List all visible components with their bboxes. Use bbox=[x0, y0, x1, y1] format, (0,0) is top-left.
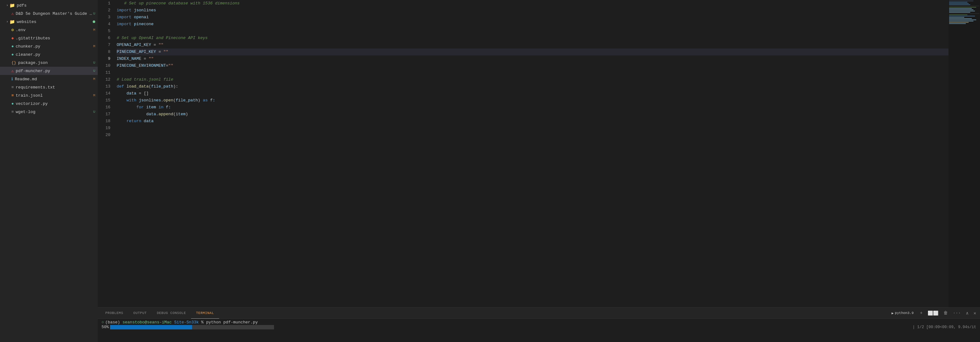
more-options-button[interactable]: ··· bbox=[951, 310, 962, 316]
file-icon-chunker: ● bbox=[11, 44, 14, 49]
tab-terminal[interactable]: TERMINAL bbox=[191, 308, 219, 319]
split-terminal-button[interactable]: ⬜⬜ bbox=[926, 310, 940, 317]
tab-debug-console[interactable]: DEBUG CONSOLE bbox=[152, 308, 191, 319]
line-num-10: 10 bbox=[98, 62, 110, 69]
sidebar-item-cleaner[interactable]: ● cleaner.py bbox=[0, 51, 98, 59]
var-data-append: data bbox=[146, 111, 156, 118]
line-num-4: 4 bbox=[98, 21, 110, 28]
file-icon-readme: ℹ bbox=[11, 76, 13, 82]
folder-icon-pdfs: 📁 bbox=[10, 3, 15, 8]
line-num-6: 6 bbox=[98, 35, 110, 41]
op-eq-3: = bbox=[144, 55, 146, 62]
sidebar-item-label-wget-log: wget-log bbox=[16, 109, 35, 114]
var-data: data bbox=[126, 90, 136, 97]
code-line-10: PINECONE_ENVIRONMENT = "" bbox=[117, 62, 948, 69]
sidebar-item-dnd[interactable]: ⚠ D&D 5e Dungeon Master's Guide ( P... U bbox=[0, 10, 98, 17]
sidebar-item-label-readme: Readme.md bbox=[15, 77, 37, 82]
tab-problems[interactable]: PROBLEMS bbox=[100, 308, 128, 319]
code-line-18: return data bbox=[117, 118, 948, 125]
code-line-1: # Set up pinecone database with 1536 dim… bbox=[117, 0, 948, 7]
terminal-panel: PROBLEMS OUTPUT DEBUG CONSOLE TERMINAL ▶… bbox=[98, 307, 980, 342]
sidebar-item-env[interactable]: ⚙ .env M bbox=[0, 26, 98, 34]
import-kw-openai: import bbox=[117, 14, 132, 21]
file-icon-pdf: ⚠ bbox=[11, 11, 14, 16]
file-icon-git: ◆ bbox=[11, 36, 14, 41]
var-item-2: item bbox=[176, 111, 185, 118]
prompt-host: seanstobo@seans-iMac bbox=[123, 320, 172, 325]
progress-percent: 50% bbox=[102, 325, 109, 329]
code-comment-setup: # Set up pinecone database with 1536 dim… bbox=[117, 0, 240, 7]
code-line-6: # Set up OpenAI and Pinecone API keys bbox=[117, 35, 948, 41]
sidebar-item-train[interactable]: ≡ train.jsonl M bbox=[0, 91, 98, 100]
line-num-19: 19 bbox=[98, 125, 110, 131]
folder-arrow-websites: › bbox=[6, 20, 8, 24]
str-empty-3: "" bbox=[148, 55, 154, 62]
op-dot-1: . bbox=[161, 97, 163, 104]
var-pinecone-key: PINECONE_API_KEY bbox=[117, 49, 156, 55]
import-kw-pinecone: import bbox=[117, 21, 132, 28]
code-line-12: # Load train.jsonl file bbox=[117, 76, 948, 83]
sidebar-badge-readme: M bbox=[93, 77, 95, 81]
kw-return: return bbox=[126, 118, 141, 125]
sidebar-item-chunker[interactable]: ● chunker.py M bbox=[0, 42, 98, 51]
line-num-11: 11 bbox=[98, 69, 110, 76]
code-line-15: with jsonlines . open ( file_path ) as f… bbox=[117, 97, 948, 104]
minimap-content bbox=[948, 0, 980, 307]
sidebar-item-label-requirements: requirements.txt bbox=[16, 85, 55, 90]
line-num-18: 18 bbox=[98, 118, 110, 125]
python-version-badge: ▶ python3.9 bbox=[889, 311, 916, 315]
progress-bar-wrapper bbox=[110, 325, 274, 329]
prompt-circle: ○ bbox=[102, 320, 104, 325]
sidebar-item-requirements[interactable]: ≡ requirements.txt bbox=[0, 83, 98, 91]
folder-arrow-pdfs: › bbox=[6, 4, 8, 7]
op-paren-item-close: ) bbox=[186, 111, 188, 118]
file-icon-cleaner: ● bbox=[11, 52, 14, 57]
code-editor[interactable]: # Set up pinecone database with 1536 dim… bbox=[114, 0, 948, 307]
sidebar-item-websites[interactable]: › 📁 websites bbox=[0, 17, 98, 26]
sidebar-item-vectorizor[interactable]: ● vectorizor.py bbox=[0, 100, 98, 108]
line-num-2: 2 bbox=[98, 7, 110, 14]
sidebar-badge-env: M bbox=[93, 28, 95, 32]
sidebar-item-readme[interactable]: ℹ Readme.md M bbox=[0, 75, 98, 83]
op-paren-close-colon: ): bbox=[173, 83, 178, 90]
op-eq-5: = bbox=[139, 90, 141, 97]
op-dot-2: . bbox=[156, 111, 159, 118]
line-num-20: 20 bbox=[98, 131, 110, 139]
terminal-content[interactable]: ○ (base) seanstobo@seans-iMac Site-Sn33k… bbox=[98, 319, 980, 342]
line-num-14: 14 bbox=[98, 90, 110, 97]
sidebar-item-label-env: .env bbox=[16, 28, 25, 32]
folder-icon-websites: 📁 bbox=[10, 19, 15, 25]
op-list-empty: [] bbox=[144, 90, 149, 97]
kw-for: for bbox=[136, 104, 143, 111]
op-paren-item-open: ( bbox=[173, 111, 176, 118]
import-openai: openai bbox=[134, 14, 149, 21]
sidebar-item-pdf-muncher[interactable]: ⚠ pdf-muncher.py U bbox=[0, 67, 98, 75]
str-empty-2: "" bbox=[163, 49, 169, 55]
main-area: 1 2 3 4 5 6 7 8 9 10 11 12 13 14 15 16 1… bbox=[98, 0, 980, 342]
close-terminal-button[interactable]: ✕ bbox=[972, 310, 977, 317]
trash-terminal-button[interactable]: 🗑 bbox=[942, 310, 949, 316]
sidebar-item-pdfs[interactable]: › 📁 pdfs bbox=[0, 1, 98, 10]
sidebar-item-gitattributes[interactable]: ◆ .gitattributes bbox=[0, 34, 98, 42]
add-terminal-button[interactable]: + bbox=[919, 310, 924, 316]
sidebar-item-label-websites: websites bbox=[17, 19, 36, 24]
var-jsonlines-open: jsonlines bbox=[139, 97, 161, 104]
sidebar-item-label-package: package.json bbox=[18, 60, 48, 65]
line-numbers: 1 2 3 4 5 6 7 8 9 10 11 12 13 14 15 16 1… bbox=[98, 0, 114, 307]
progress-bar-fill bbox=[110, 325, 192, 329]
sidebar-item-label-dnd: D&D 5e Dungeon Master's Guide ( P... bbox=[16, 11, 93, 16]
maximize-terminal-button[interactable]: ∧ bbox=[964, 310, 970, 317]
code-line-16: for item in f: bbox=[117, 104, 948, 111]
code-line-20 bbox=[117, 131, 948, 139]
str-empty-1: "" bbox=[159, 41, 164, 49]
tab-output[interactable]: OUTPUT bbox=[128, 308, 152, 319]
sidebar: › 📁 pdfs ⚠ D&D 5e Dungeon Master's Guide… bbox=[0, 0, 98, 342]
line-num-15: 15 bbox=[98, 97, 110, 104]
sidebar-item-package[interactable]: {} package.json U bbox=[0, 59, 98, 67]
line-num-17: 17 bbox=[98, 111, 110, 118]
file-icon-vectorizor: ● bbox=[11, 101, 14, 106]
code-line-9: INDEX_NAME = "" bbox=[117, 55, 948, 62]
sidebar-item-wget-log[interactable]: ≡ wget-log U bbox=[0, 108, 98, 116]
prompt-path: Site-Sn33k bbox=[174, 320, 199, 325]
terminal-progress-row: 50% | 1/2 [00:09<00:09, 9.94s/it bbox=[102, 325, 976, 329]
